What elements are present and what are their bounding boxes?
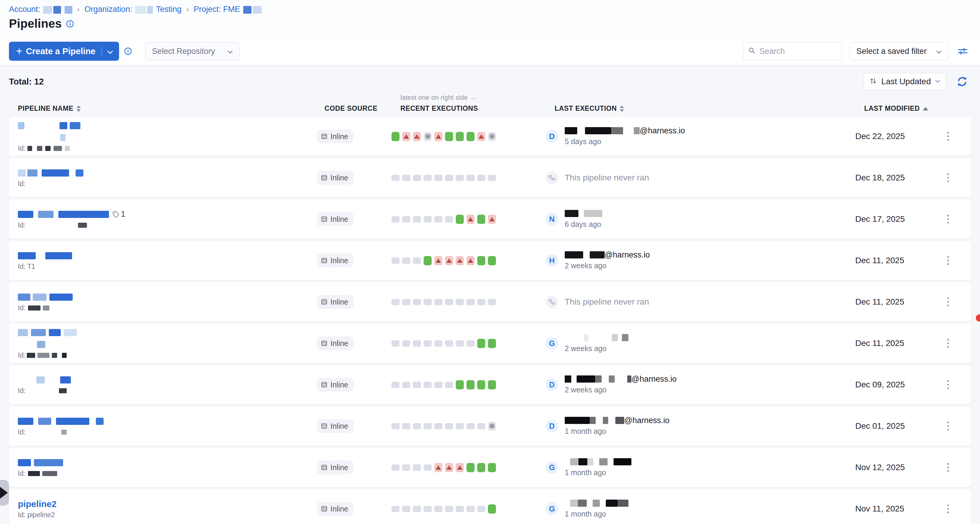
- row-menu-kebab-icon[interactable]: [945, 171, 951, 185]
- execution-success[interactable]: [488, 380, 496, 389]
- execution-failed[interactable]: [488, 215, 496, 224]
- execution-slot-empty: [466, 340, 474, 347]
- execution-failed[interactable]: [434, 132, 442, 141]
- execution-success[interactable]: [477, 463, 485, 472]
- redacted-block: [587, 458, 593, 465]
- execution-slot-empty: [413, 423, 421, 429]
- pipeline-row[interactable]: Id: Inline This pipeline never ran Dec 1…: [9, 158, 971, 197]
- execution-failed[interactable]: [445, 463, 453, 472]
- execution-success[interactable]: [445, 132, 453, 141]
- pipeline-row[interactable]: Id: T1 Inline H @harness.io 2 weeks ago …: [9, 241, 971, 280]
- title-info-icon[interactable]: [66, 20, 74, 28]
- execution-success[interactable]: [456, 380, 464, 389]
- redacted-block: [60, 134, 65, 141]
- create-pipeline-label: Create a Pipeline: [26, 46, 95, 56]
- execution-failed[interactable]: [466, 256, 474, 265]
- row-menu-kebab-icon[interactable]: [945, 336, 951, 350]
- aborted-icon: [425, 134, 431, 139]
- breadcrumb-project-link[interactable]: Project: FME: [194, 5, 240, 14]
- pipeline-row[interactable]: Id: Inline This pipeline never ran Dec 1…: [9, 282, 971, 322]
- row-menu-kebab-icon[interactable]: [945, 460, 951, 474]
- execution-success[interactable]: [466, 463, 474, 472]
- row-menu-kebab-icon[interactable]: [945, 254, 951, 268]
- last-modified-date: Dec 01, 2025: [855, 421, 905, 431]
- execution-time: 5 days ago: [565, 137, 685, 146]
- column-header-last-execution[interactable]: LAST EXECUTION: [517, 105, 856, 113]
- execution-success[interactable]: [488, 463, 496, 472]
- breadcrumb-org-testing-link[interactable]: Testing: [156, 5, 181, 14]
- create-info-icon[interactable]: [124, 47, 132, 56]
- saved-filter-dropdown[interactable]: Select a saved filter: [850, 42, 948, 61]
- saved-filter-label: Select a saved filter: [856, 47, 927, 56]
- search-input[interactable]: [759, 47, 831, 56]
- refresh-icon[interactable]: [956, 76, 968, 88]
- column-header-last-modified[interactable]: LAST MODIFIED: [856, 105, 971, 113]
- execution-aborted[interactable]: [488, 132, 496, 141]
- redacted-block: [147, 6, 153, 14]
- executor-name: [565, 210, 602, 217]
- create-pipeline-button[interactable]: + Create a Pipeline: [9, 42, 119, 61]
- execution-slot-empty: [413, 340, 421, 347]
- execution-success[interactable]: [488, 504, 496, 514]
- redacted-block: [49, 293, 73, 301]
- last-modified-date: Dec 17, 2025: [855, 214, 905, 224]
- execution-failed[interactable]: [413, 132, 421, 141]
- execution-failed[interactable]: [456, 463, 464, 472]
- execution-failed[interactable]: [402, 132, 410, 141]
- pipeline-row[interactable]: Id: Inline D @harness.io 5 days ago Dec …: [9, 117, 971, 156]
- execution-success[interactable]: [391, 132, 399, 141]
- execution-success[interactable]: [477, 256, 485, 265]
- filter-settings-icon[interactable]: [958, 46, 968, 56]
- row-menu-kebab-icon[interactable]: [945, 502, 951, 516]
- execution-success[interactable]: [466, 132, 474, 141]
- chevron-down-icon[interactable]: [107, 46, 113, 56]
- execution-aborted[interactable]: [424, 132, 432, 141]
- pipeline-name-link[interactable]: pipeline2: [18, 499, 57, 509]
- row-menu-kebab-icon[interactable]: [945, 295, 951, 309]
- executor-email: @harness.io: [624, 416, 670, 425]
- execution-failed[interactable]: [477, 132, 485, 141]
- execution-success[interactable]: [456, 132, 464, 141]
- redacted-block: [18, 252, 36, 259]
- pipeline-row[interactable]: Id: Inline D @harness.io 2 weeks ago Dec…: [9, 365, 971, 404]
- execution-failed[interactable]: [445, 256, 453, 265]
- pipeline-row[interactable]: 1 Id: Inline N 6 days ago Dec 17, 2025: [9, 199, 971, 239]
- failed-warning-icon: [414, 134, 420, 139]
- execution-slot-empty: [424, 340, 432, 347]
- pipeline-row[interactable]: Id: Inline G 1 month ago Nov 12, 2025: [9, 448, 971, 487]
- execution-success[interactable]: [456, 215, 464, 224]
- breadcrumb-account-link[interactable]: Account:: [9, 5, 40, 14]
- sort-updown-icon: [869, 77, 877, 86]
- execution-success[interactable]: [477, 215, 485, 224]
- search-box[interactable]: [743, 42, 842, 61]
- row-menu-kebab-icon[interactable]: [945, 419, 951, 433]
- execution-success[interactable]: [466, 380, 474, 389]
- redacted-block: [595, 376, 601, 382]
- nav-expand-handle[interactable]: [0, 480, 9, 505]
- execution-success[interactable]: [477, 339, 485, 348]
- execution-failed[interactable]: [434, 463, 442, 472]
- select-repository-label: Select Repository: [152, 47, 215, 56]
- execution-failed[interactable]: [466, 215, 474, 224]
- row-menu-kebab-icon[interactable]: [945, 378, 951, 392]
- column-header-pipeline-name[interactable]: PIPELINE NAME: [18, 105, 325, 113]
- execution-aborted[interactable]: [488, 422, 496, 431]
- redacted-block: [38, 353, 49, 358]
- pipeline-row[interactable]: Id: Inline G 2 weeks ago Dec 11, 2025: [9, 323, 971, 363]
- execution-slot-empty: [424, 506, 432, 512]
- execution-success[interactable]: [488, 339, 496, 348]
- execution-failed[interactable]: [434, 256, 442, 265]
- column-header-recent-executions: latest one on right side → RECENT EXECUT…: [400, 94, 517, 113]
- pipeline-row[interactable]: Id: Inline D @harness.io 1 month ago Dec…: [9, 406, 971, 446]
- select-repository-dropdown[interactable]: Select Repository: [145, 42, 240, 61]
- execution-success[interactable]: [488, 256, 496, 265]
- row-menu-kebab-icon[interactable]: [945, 212, 951, 226]
- execution-success[interactable]: [424, 256, 432, 265]
- row-menu-kebab-icon[interactable]: [945, 129, 951, 143]
- execution-failed[interactable]: [456, 256, 464, 265]
- last-execution-cell: This pipeline never ran: [508, 158, 847, 197]
- execution-success[interactable]: [477, 380, 485, 389]
- pipeline-row[interactable]: pipeline2 Id: pipeline2 Inline G 1 month…: [9, 489, 971, 524]
- sort-dropdown[interactable]: Last Updated: [864, 73, 946, 90]
- breadcrumb-organization-link[interactable]: Organization:: [84, 5, 132, 14]
